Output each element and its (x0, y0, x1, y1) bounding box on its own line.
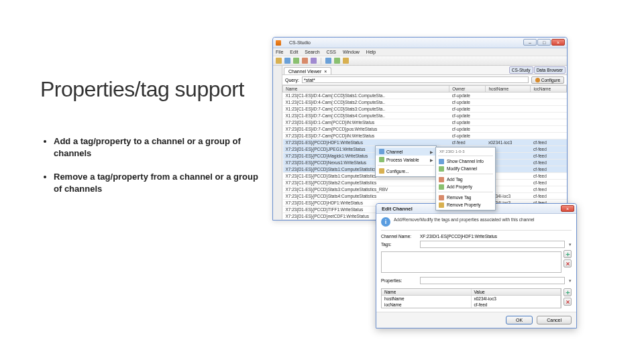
table-cell (531, 133, 567, 139)
dialog-info-text: Add/Remove/Modify the tags and propertie… (394, 217, 535, 223)
table-row[interactable]: X7:23{D1-ES}ID:1-Cam{PCCD}IN:WriteStatus… (283, 119, 567, 126)
table-row[interactable]: X7:23{C1-ES}{PCCD}Stats3:ComputeStatisti… (283, 186, 567, 193)
table-cell: x02341-ioc3 (486, 139, 531, 146)
menu-item[interactable]: Edit (290, 50, 298, 54)
tags-label: Tags: (381, 242, 417, 247)
table-row[interactable]: X7:23{D1-ES}{PCCD}HDF1:WriteStatuscf-fee… (283, 139, 567, 146)
app-title: CS-Studio (289, 40, 311, 45)
table-cell: cf-feed (531, 146, 567, 153)
menu-icon (439, 202, 444, 208)
table-cell (486, 93, 531, 99)
menu-item[interactable]: File (276, 50, 283, 54)
add-property-icon[interactable] (564, 288, 572, 296)
context-menu-item[interactable]: Channel▶ (376, 147, 436, 156)
table-row[interactable]: X1:23{C1-ES}ID:7-Cam{:CCD}Stats4:Compute… (283, 113, 567, 119)
table-row[interactable]: X7:23{C1-ES}{PCCD}Stats4:ComputeStatisti… (283, 193, 567, 200)
table-cell (531, 119, 567, 126)
table-cell: cf-update (449, 119, 486, 126)
toolbar-icon[interactable] (293, 58, 299, 64)
tab-channel-viewer[interactable]: Channel Viewer × (284, 67, 331, 74)
table-cell: X7:23{C1-ES}{PCCD}Stats2:ComputeStatisti… (283, 180, 449, 186)
toolbar-icon[interactable] (325, 58, 331, 64)
maximize-button[interactable]: □ (537, 39, 551, 46)
remove-tag-icon[interactable] (564, 259, 572, 267)
configure-button[interactable]: Configure (531, 76, 564, 84)
properties-table[interactable]: NameValue hostNamex0234l-ioc3iocNamecf-f… (381, 288, 561, 308)
table-cell: X1:23{C1-ES}ID:4-Cam{:CCD}Stats2:Compute… (283, 99, 449, 106)
app-window: CS-Studio – □ × FileEditSearchCSSWindowH… (272, 37, 568, 221)
properties-input[interactable] (420, 277, 565, 284)
channel-name-label: Channel Name: (381, 234, 417, 239)
toolbar-icon[interactable] (302, 58, 308, 64)
perspective-tab[interactable]: Data Browser (534, 66, 566, 74)
toolbar (273, 56, 567, 66)
column-header[interactable]: hostName (486, 86, 531, 93)
menu-label: Show Channel Info (447, 159, 484, 164)
ok-button[interactable]: OK (506, 316, 533, 324)
tags-input[interactable] (420, 241, 565, 248)
minimize-button[interactable]: – (523, 39, 537, 46)
dialog-close-button[interactable]: × (561, 205, 574, 212)
submenu-item[interactable]: Modify Channel (436, 165, 495, 172)
menu-label: Configure... (386, 169, 409, 174)
menu-item[interactable]: Window (343, 50, 360, 54)
chevron-right-icon: ▶ (430, 158, 433, 162)
table-row[interactable]: X1:23{C1-ES}ID:7-Cam{:CCD}Stats3:Compute… (283, 106, 567, 113)
close-button[interactable]: × (551, 39, 565, 46)
table-cell: cf-feed (531, 193, 567, 200)
table-cell: cf-update (449, 99, 486, 106)
table-row[interactable]: X1:23{C1-ES}ID:4-Cam{:CCD}Stats1:Compute… (283, 93, 567, 99)
prop-cell: cf-feed (472, 302, 561, 308)
slide-bullet: Remove a tag/property from a channel or … (54, 171, 268, 194)
column-header[interactable]: Name (283, 86, 449, 93)
titlebar[interactable]: CS-Studio – □ × (273, 38, 567, 48)
table-cell (486, 99, 531, 106)
query-input[interactable] (302, 76, 529, 83)
cancel-button[interactable]: Cancel (537, 316, 572, 324)
submenu-item[interactable]: Remove Property (436, 201, 495, 208)
prop-row[interactable]: hostNamex0234l-ioc3 (382, 296, 561, 302)
add-tag-icon[interactable] (564, 250, 572, 258)
perspective-tab[interactable]: CS-Study (509, 66, 533, 74)
context-menu-item[interactable]: Configure... (376, 167, 436, 175)
prop-row[interactable]: iocNamecf-feed (382, 302, 561, 308)
dropdown-icon[interactable]: ▾ (569, 242, 572, 247)
menu-label: Add Property (447, 184, 472, 189)
left-gutter (273, 66, 282, 220)
table-cell: X7:23{D1-ES}ID:1-Cam{PCCD}IN:WriteStatus (283, 119, 449, 126)
table-cell (531, 93, 567, 99)
table-row[interactable]: X7:23{D1-ES}ID:7-Cam{PCCD}IN:WriteStatus… (283, 133, 567, 139)
dropdown-icon[interactable]: ▾ (569, 278, 572, 284)
column-header[interactable]: iocName (531, 86, 567, 93)
menu-item[interactable]: CSS (327, 50, 336, 54)
toolbar-icon[interactable] (343, 58, 349, 64)
tab-label: Channel Viewer (288, 69, 321, 74)
submenu-item[interactable]: Show Channel Info (436, 158, 495, 165)
properties-label: Properties: (381, 278, 417, 283)
context-menu-item[interactable]: Process Variable▶ (376, 156, 436, 164)
slide-title: Properties/tag support (40, 77, 268, 102)
table-cell: X7:23{D1-ES}ID:7-Cam{PCCD}IN:WriteStatus (283, 133, 449, 139)
toolbar-icon[interactable] (284, 58, 290, 64)
submenu-item[interactable]: Add Tag (436, 176, 495, 183)
table-row[interactable]: X7:23{D1-ES}ID:7-Cam{PCCD}pos:WriteStatu… (283, 126, 567, 133)
table-row[interactable]: X7:23{C1-ES}{PCCD}Stats2:ComputeStatisti… (283, 180, 567, 186)
table-cell: cf-feed (531, 160, 567, 166)
table-cell: X1:23{C1-ES}ID:7-Cam{:CCD}Stats3:Compute… (283, 106, 449, 113)
menubar: FileEditSearchCSSWindowHelp (273, 48, 567, 56)
toolbar-icon[interactable] (311, 58, 317, 64)
tags-listbox[interactable] (381, 251, 561, 273)
menu-item[interactable]: Help (366, 50, 376, 54)
table-cell: cf-update (449, 126, 486, 133)
column-header[interactable]: Owner (449, 86, 486, 93)
menu-item[interactable]: Search (305, 50, 319, 54)
table-row[interactable]: X1:23{C1-ES}ID:4-Cam{:CCD}Stats2:Compute… (283, 99, 567, 106)
submenu-item[interactable]: Remove Tag (436, 194, 495, 201)
remove-property-icon[interactable] (564, 298, 572, 306)
toolbar-icon[interactable] (334, 58, 340, 64)
configure-label: Configure (541, 78, 560, 82)
table-cell: X7:23{C1-ES}{PCCD}Stats3:ComputeStatisti… (283, 186, 449, 193)
submenu-item[interactable]: Add Property (436, 183, 495, 190)
table-cell: X1:23{C1-ES}ID:4-Cam{:CCD}Stats1:Compute… (283, 93, 449, 99)
toolbar-icon[interactable] (276, 58, 282, 64)
